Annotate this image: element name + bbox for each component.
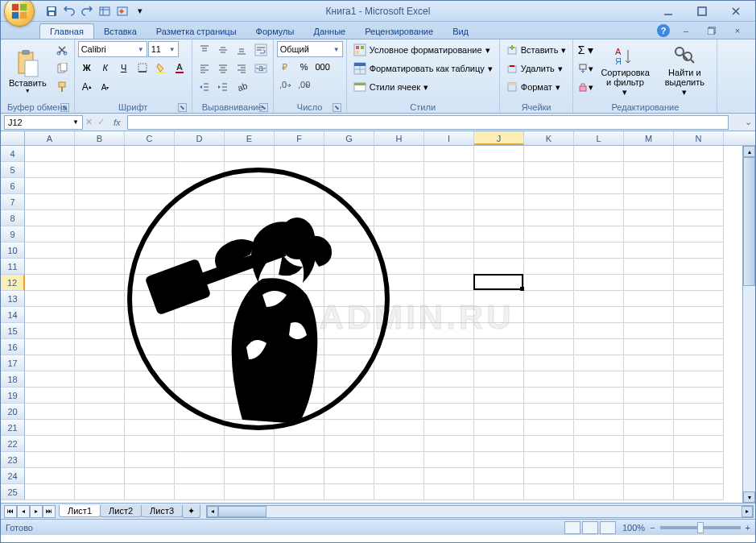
tab-insert[interactable]: Вставка bbox=[94, 24, 147, 39]
cell-F4[interactable] bbox=[275, 146, 324, 162]
cell-B6[interactable] bbox=[75, 178, 125, 194]
sheet-tab-3[interactable]: Лист3 bbox=[141, 505, 183, 517]
vscroll-thumb[interactable] bbox=[743, 157, 755, 286]
row-header-5[interactable]: 5 bbox=[1, 162, 25, 178]
cell-B18[interactable] bbox=[75, 371, 125, 388]
cell-J12[interactable] bbox=[474, 275, 524, 291]
cell-L13[interactable] bbox=[574, 291, 624, 307]
cell-K6[interactable] bbox=[524, 178, 574, 194]
cell-C23[interactable] bbox=[125, 452, 175, 468]
align-left-icon[interactable] bbox=[196, 60, 213, 77]
row-header-13[interactable]: 13 bbox=[1, 291, 25, 307]
cell-J23[interactable] bbox=[474, 452, 524, 468]
align-middle-icon[interactable] bbox=[214, 41, 232, 59]
cell-G25[interactable] bbox=[324, 484, 374, 500]
clipboard-dialog-launcher[interactable]: ⬊ bbox=[60, 103, 69, 112]
cell-N22[interactable] bbox=[674, 436, 724, 452]
embedded-picture[interactable] bbox=[122, 162, 395, 437]
row-header-6[interactable]: 6 bbox=[1, 178, 25, 194]
zoom-thumb[interactable] bbox=[697, 522, 704, 533]
fill-icon[interactable]: ▾ bbox=[576, 60, 594, 77]
decrease-decimal-icon[interactable]: ,00 bbox=[295, 77, 313, 94]
zoom-out-button[interactable]: − bbox=[650, 523, 655, 533]
cell-B8[interactable] bbox=[75, 210, 125, 226]
cell-M12[interactable] bbox=[624, 275, 674, 291]
cell-I25[interactable] bbox=[424, 484, 474, 500]
column-header-B[interactable]: B bbox=[75, 131, 125, 145]
cell-L17[interactable] bbox=[574, 355, 624, 371]
help-icon[interactable]: ? bbox=[657, 24, 670, 37]
cell-D23[interactable] bbox=[175, 452, 225, 468]
cell-B24[interactable] bbox=[75, 468, 125, 484]
cell-H4[interactable] bbox=[374, 146, 424, 162]
cell-L9[interactable] bbox=[574, 226, 624, 242]
enter-formula-icon[interactable]: ✓ bbox=[95, 117, 107, 127]
row-header-8[interactable]: 8 bbox=[1, 210, 25, 226]
cell-N23[interactable] bbox=[674, 452, 724, 468]
sheet-last-button[interactable]: ⏭ bbox=[43, 505, 56, 518]
page-layout-view-button[interactable] bbox=[582, 521, 598, 534]
row-header-9[interactable]: 9 bbox=[1, 226, 25, 242]
cell-L14[interactable] bbox=[574, 307, 624, 323]
cell-M4[interactable] bbox=[624, 146, 674, 162]
cell-L12[interactable] bbox=[574, 275, 624, 291]
cell-M8[interactable] bbox=[624, 210, 674, 226]
cell-J15[interactable] bbox=[474, 323, 524, 339]
row-header-11[interactable]: 11 bbox=[1, 259, 25, 275]
cell-H24[interactable] bbox=[374, 468, 424, 484]
cell-A7[interactable] bbox=[25, 194, 75, 210]
cell-L11[interactable] bbox=[574, 259, 624, 275]
cell-K11[interactable] bbox=[524, 259, 574, 275]
cell-K21[interactable] bbox=[524, 420, 574, 436]
cell-I23[interactable] bbox=[424, 452, 474, 468]
cell-A21[interactable] bbox=[25, 420, 75, 436]
row-header-23[interactable]: 23 bbox=[1, 452, 25, 468]
cell-D25[interactable] bbox=[175, 484, 225, 500]
formula-input[interactable] bbox=[127, 115, 729, 130]
cell-L7[interactable] bbox=[574, 194, 624, 210]
bold-button[interactable]: Ж bbox=[78, 59, 96, 77]
maximize-button[interactable] bbox=[692, 3, 712, 19]
cell-A20[interactable] bbox=[25, 404, 75, 420]
redo-icon[interactable] bbox=[80, 4, 94, 19]
cell-L16[interactable] bbox=[574, 339, 624, 355]
cell-I4[interactable] bbox=[424, 146, 474, 162]
cell-B20[interactable] bbox=[75, 404, 125, 420]
cell-A23[interactable] bbox=[25, 452, 75, 468]
cell-B17[interactable] bbox=[75, 355, 125, 371]
cell-L25[interactable] bbox=[574, 484, 624, 500]
orientation-icon[interactable]: ab bbox=[233, 78, 250, 96]
cell-F22[interactable] bbox=[275, 436, 324, 452]
cell-J22[interactable] bbox=[474, 436, 524, 452]
cell-N9[interactable] bbox=[674, 226, 724, 242]
cell-I5[interactable] bbox=[424, 162, 474, 178]
cell-J20[interactable] bbox=[474, 404, 524, 420]
cell-J6[interactable] bbox=[474, 178, 524, 194]
cell-A4[interactable] bbox=[25, 146, 75, 162]
cell-A25[interactable] bbox=[25, 484, 75, 500]
cell-I13[interactable] bbox=[424, 291, 474, 307]
cell-D24[interactable] bbox=[175, 468, 225, 484]
cell-A12[interactable] bbox=[25, 275, 75, 291]
cell-L18[interactable] bbox=[574, 371, 624, 388]
tab-data[interactable]: Данные bbox=[304, 24, 355, 39]
cell-N25[interactable] bbox=[674, 484, 724, 500]
cell-M25[interactable] bbox=[624, 484, 674, 500]
cell-E4[interactable] bbox=[225, 146, 275, 162]
cell-A19[interactable] bbox=[25, 388, 75, 404]
cell-N6[interactable] bbox=[674, 178, 724, 194]
cell-M19[interactable] bbox=[624, 388, 674, 404]
tab-formulas[interactable]: Формулы bbox=[246, 24, 304, 39]
cell-N19[interactable] bbox=[674, 388, 724, 404]
column-header-J[interactable]: J bbox=[474, 131, 524, 145]
cell-L6[interactable] bbox=[574, 178, 624, 194]
cell-J18[interactable] bbox=[474, 371, 524, 388]
find-select-button[interactable]: Найти и выделить▾ bbox=[655, 41, 713, 102]
fx-icon[interactable]: fx bbox=[114, 118, 121, 127]
cell-K23[interactable] bbox=[524, 452, 574, 468]
cell-B12[interactable] bbox=[75, 275, 125, 291]
select-all-button[interactable] bbox=[1, 131, 25, 145]
cell-I21[interactable] bbox=[424, 420, 474, 436]
row-header-21[interactable]: 21 bbox=[1, 420, 25, 436]
cell-L23[interactable] bbox=[574, 452, 624, 468]
